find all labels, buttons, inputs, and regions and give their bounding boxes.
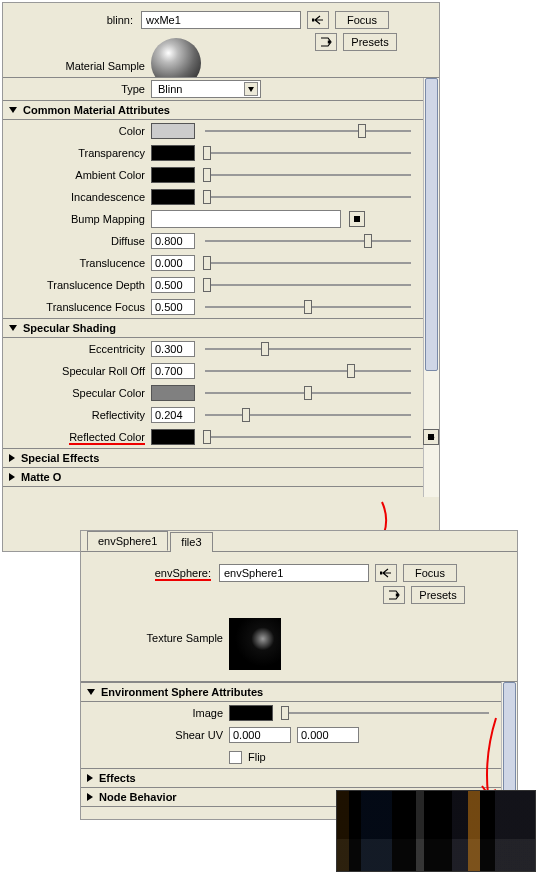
scrollbar-thumb[interactable] xyxy=(503,682,516,792)
speccolor-slider[interactable] xyxy=(201,385,415,401)
scrollbar-thumb[interactable] xyxy=(425,78,438,371)
section-env-header[interactable]: Environment Sphere Attributes xyxy=(81,682,517,702)
bump-input[interactable] xyxy=(151,210,341,228)
section-matte-title: Matte O xyxy=(21,471,61,483)
reflectivity-slider[interactable] xyxy=(201,407,415,423)
texture-sample-preview xyxy=(229,618,281,670)
incandescence-label: Incandescence xyxy=(3,191,151,203)
section-common-header[interactable]: Common Material Attributes xyxy=(3,100,439,120)
presets-button[interactable]: Presets xyxy=(411,586,465,604)
focus-button[interactable]: Focus xyxy=(403,564,457,582)
eccentricity-slider[interactable] xyxy=(201,341,415,357)
diffuse-slider[interactable] xyxy=(201,233,415,249)
transdepth-input[interactable] xyxy=(151,277,195,293)
section-effects-header[interactable]: Effects xyxy=(81,768,517,788)
rolloff-input[interactable] xyxy=(151,363,195,379)
transparency-slider[interactable] xyxy=(201,145,415,161)
diffuse-label: Diffuse xyxy=(3,235,151,247)
material-sample-label: Material Sample xyxy=(3,60,151,72)
collapse-icon xyxy=(9,325,17,331)
type-label: Type xyxy=(3,83,151,95)
tab-file3[interactable]: file3 xyxy=(170,532,212,552)
incandescence-slider[interactable] xyxy=(201,189,415,205)
transfocus-label: Translucence Focus xyxy=(3,301,151,313)
reflectivity-label: Reflectivity xyxy=(3,409,151,421)
hdr-preview-image xyxy=(336,790,536,872)
shear-u-input[interactable] xyxy=(229,727,291,743)
section-node-title: Node Behavior xyxy=(99,791,177,803)
expand-icon xyxy=(87,774,93,782)
type-dropdown[interactable]: Blinn xyxy=(151,80,261,98)
color-label: Color xyxy=(3,125,151,137)
section-env-title: Environment Sphere Attributes xyxy=(101,686,263,698)
envsphere-editor-panel: envSphere1 file3 envSphere: Focus Preset… xyxy=(80,530,518,820)
chevron-down-icon xyxy=(244,82,258,96)
section-specular-title: Specular Shading xyxy=(23,322,116,334)
image-swatch[interactable] xyxy=(229,705,273,721)
svg-rect-1 xyxy=(328,41,330,44)
reflcolor-label: Reflected Color xyxy=(3,431,151,443)
presets-button[interactable]: Presets xyxy=(343,33,397,51)
translucence-input[interactable] xyxy=(151,255,195,271)
section-specialfx-title: Special Effects xyxy=(21,452,99,464)
transdepth-slider[interactable] xyxy=(201,277,415,293)
section-matte-header[interactable]: Matte O xyxy=(3,468,439,487)
color-swatch[interactable] xyxy=(151,123,195,139)
expand-icon xyxy=(87,793,93,801)
bump-label: Bump Mapping xyxy=(3,213,151,225)
material-name-input[interactable] xyxy=(141,11,301,29)
reflcolor-swatch[interactable] xyxy=(151,429,195,445)
section-effects-title: Effects xyxy=(99,772,136,784)
svg-rect-2 xyxy=(380,572,382,575)
incandescence-swatch[interactable] xyxy=(151,189,195,205)
ambient-label: Ambient Color xyxy=(3,169,151,181)
translucence-slider[interactable] xyxy=(201,255,415,271)
focus-button[interactable]: Focus xyxy=(335,11,389,29)
nav-back-icon-button[interactable] xyxy=(375,564,397,582)
nav-fwd-icon-button[interactable] xyxy=(383,586,405,604)
rolloff-slider[interactable] xyxy=(201,363,415,379)
name-label: blinn: xyxy=(11,14,141,26)
eccentricity-input[interactable] xyxy=(151,341,195,357)
nav-back-icon-button[interactable] xyxy=(307,11,329,29)
speccolor-label: Specular Color xyxy=(3,387,151,399)
bump-map-button[interactable] xyxy=(349,211,365,227)
reflectivity-input[interactable] xyxy=(151,407,195,423)
shearuv-label: Shear UV xyxy=(81,729,229,741)
nav-fwd-icon-button[interactable] xyxy=(315,33,337,51)
image-slider[interactable] xyxy=(279,705,493,721)
flip-label: Flip xyxy=(248,751,266,763)
svg-rect-0 xyxy=(312,19,314,22)
svg-rect-3 xyxy=(396,594,398,597)
transfocus-slider[interactable] xyxy=(201,299,415,315)
image-label: Image xyxy=(81,707,229,719)
section-common-title: Common Material Attributes xyxy=(23,104,170,116)
section-specialfx-header[interactable]: Special Effects xyxy=(3,448,439,468)
envsphere-name-input[interactable] xyxy=(219,564,369,582)
color-slider[interactable] xyxy=(201,123,415,139)
speccolor-swatch[interactable] xyxy=(151,385,195,401)
section-specular-header[interactable]: Specular Shading xyxy=(3,318,439,338)
texture-sample-label: Texture Sample xyxy=(81,612,229,644)
translucence-label: Translucence xyxy=(3,257,151,269)
diffuse-input[interactable] xyxy=(151,233,195,249)
transdepth-label: Translucence Depth xyxy=(3,279,151,291)
expand-icon xyxy=(9,454,15,462)
transparency-swatch[interactable] xyxy=(151,145,195,161)
type-value: Blinn xyxy=(158,83,182,95)
shear-v-input[interactable] xyxy=(297,727,359,743)
eccentricity-label: Eccentricity xyxy=(3,343,151,355)
tab-envsphere[interactable]: envSphere1 xyxy=(87,531,168,551)
expand-icon xyxy=(9,473,15,481)
transparency-label: Transparency xyxy=(3,147,151,159)
collapse-icon xyxy=(87,689,95,695)
transfocus-input[interactable] xyxy=(151,299,195,315)
ambient-swatch[interactable] xyxy=(151,167,195,183)
material-editor-panel: blinn: Focus Presets Material Sample Typ… xyxy=(2,2,440,552)
envsphere-name-label: envSphere: xyxy=(89,567,219,579)
reflcolor-map-button[interactable] xyxy=(423,429,439,445)
flip-checkbox[interactable] xyxy=(229,751,242,764)
reflcolor-slider[interactable] xyxy=(201,429,415,445)
rolloff-label: Specular Roll Off xyxy=(3,365,151,377)
ambient-slider[interactable] xyxy=(201,167,415,183)
